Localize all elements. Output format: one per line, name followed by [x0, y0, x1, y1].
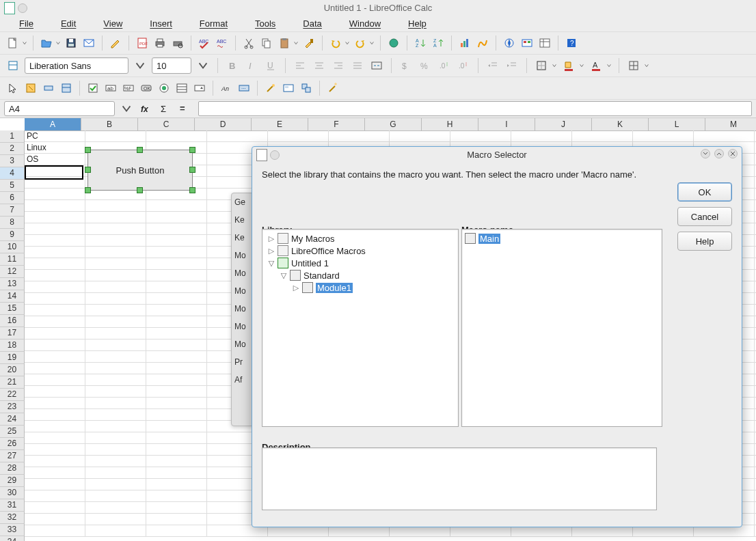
- cell[interactable]: [85, 212, 146, 223]
- dropdown-icon[interactable]: [369, 40, 375, 46]
- cell[interactable]: [572, 130, 633, 142]
- collapse-icon[interactable]: ▽: [280, 271, 287, 280]
- pdf-icon[interactable]: PDF: [135, 36, 150, 51]
- cell[interactable]: [146, 235, 207, 247]
- open-icon[interactable]: [39, 36, 54, 51]
- col-header[interactable]: F: [308, 118, 365, 130]
- currency-icon[interactable]: $: [399, 58, 414, 73]
- row-header[interactable]: 11: [0, 253, 25, 266]
- cell[interactable]: [146, 409, 207, 421]
- row-header[interactable]: 32: [0, 512, 25, 524]
- cell[interactable]: [25, 281, 85, 293]
- resize-handle[interactable]: [137, 147, 143, 153]
- minimize-icon[interactable]: [701, 149, 710, 158]
- cell[interactable]: [146, 432, 207, 444]
- name-box[interactable]: A4: [4, 101, 115, 116]
- grid-icon[interactable]: [626, 58, 641, 73]
- cell[interactable]: [25, 328, 85, 339]
- sort-asc-icon[interactable]: AZ: [413, 36, 428, 51]
- align-left-icon[interactable]: [293, 58, 308, 73]
- row-header[interactable]: 9: [0, 229, 25, 241]
- styles-icon[interactable]: [5, 58, 21, 73]
- row-header[interactable]: 22: [0, 389, 25, 401]
- navigator-icon[interactable]: [502, 36, 517, 51]
- borders-icon[interactable]: [534, 58, 549, 73]
- chart-icon[interactable]: [457, 36, 472, 51]
- italic-icon[interactable]: I: [244, 58, 259, 73]
- decimal-add-icon[interactable]: .0: [437, 58, 452, 73]
- bold-icon[interactable]: B: [225, 58, 240, 73]
- col-header[interactable]: I: [478, 118, 535, 130]
- cell[interactable]: [25, 525, 85, 537]
- cell[interactable]: [268, 130, 329, 142]
- row-header[interactable]: 30: [0, 487, 25, 499]
- library-tree[interactable]: ▷ My Macros ▷ LibreOffice Macros ▽ Untit…: [262, 229, 459, 427]
- cell[interactable]: [146, 247, 207, 258]
- cell[interactable]: [85, 305, 146, 316]
- tree-item[interactable]: Untitled 1: [291, 258, 329, 268]
- col-header[interactable]: A: [25, 118, 81, 130]
- cell[interactable]: Linux: [25, 142, 85, 154]
- cell[interactable]: [146, 316, 207, 328]
- cell[interactable]: [25, 456, 85, 467]
- format-paintbrush-icon[interactable]: [301, 36, 316, 51]
- cell[interactable]: [25, 479, 85, 490]
- cell[interactable]: [25, 339, 85, 351]
- row-header[interactable]: 20: [0, 364, 25, 376]
- menu-file[interactable]: File: [5, 16, 47, 31]
- cell[interactable]: [146, 130, 207, 142]
- dropdown-icon[interactable]: [606, 63, 612, 68]
- cell[interactable]: [85, 374, 146, 386]
- cell[interactable]: [85, 502, 146, 514]
- email-icon[interactable]: [81, 36, 96, 51]
- cell[interactable]: [146, 398, 207, 409]
- col-header[interactable]: D: [195, 118, 252, 130]
- macro-list[interactable]: Main: [461, 229, 662, 427]
- cell[interactable]: [25, 398, 85, 409]
- cancel-button[interactable]: Cancel: [677, 207, 732, 226]
- cell[interactable]: [25, 165, 85, 177]
- cell[interactable]: [390, 130, 450, 142]
- cell[interactable]: [85, 514, 146, 525]
- resize-handle[interactable]: [85, 187, 91, 193]
- control-icon[interactable]: [41, 81, 56, 96]
- cell[interactable]: [146, 374, 207, 386]
- resize-handle[interactable]: [189, 187, 195, 193]
- underline-icon[interactable]: U: [263, 58, 278, 73]
- form-pushbutton[interactable]: Push Button: [87, 150, 193, 191]
- cell[interactable]: [25, 351, 85, 363]
- resize-handle[interactable]: [189, 167, 195, 173]
- menu-data[interactable]: Data: [289, 16, 335, 31]
- copy-icon[interactable]: [259, 36, 274, 51]
- edit-icon[interactable]: [108, 36, 123, 51]
- cell[interactable]: [25, 235, 85, 247]
- row-header[interactable]: 29: [0, 475, 25, 487]
- row-header[interactable]: 26: [0, 438, 25, 450]
- row-header[interactable]: 6: [0, 192, 25, 204]
- new-icon[interactable]: [5, 36, 21, 51]
- cell[interactable]: [694, 130, 755, 142]
- col-header[interactable]: G: [365, 118, 422, 130]
- row-header[interactable]: 31: [0, 499, 25, 512]
- hyperlink-icon[interactable]: [386, 36, 401, 51]
- help-button[interactable]: Help: [677, 232, 732, 251]
- sort-desc-icon[interactable]: ZA: [431, 36, 446, 51]
- cell[interactable]: [25, 421, 85, 432]
- more-controls-icon[interactable]: ···: [237, 81, 252, 96]
- dropdown-icon[interactable]: [345, 40, 350, 46]
- cell[interactable]: [146, 444, 207, 456]
- tree-item-selected[interactable]: Module1: [316, 283, 353, 293]
- close-icon[interactable]: [728, 149, 738, 158]
- row-header[interactable]: 34: [0, 536, 25, 541]
- row-header[interactable]: 24: [0, 413, 25, 426]
- row-header[interactable]: 23: [0, 401, 25, 413]
- row-header[interactable]: 25: [0, 426, 25, 438]
- row-header[interactable]: 4: [0, 167, 25, 180]
- resize-handle[interactable]: [189, 147, 195, 153]
- cell[interactable]: [146, 200, 207, 212]
- cell[interactable]: [207, 130, 268, 142]
- row-header[interactable]: 3: [0, 155, 25, 167]
- equals-icon[interactable]: =: [176, 101, 191, 116]
- cell[interactable]: [85, 328, 146, 339]
- row-header[interactable]: 1: [0, 130, 25, 143]
